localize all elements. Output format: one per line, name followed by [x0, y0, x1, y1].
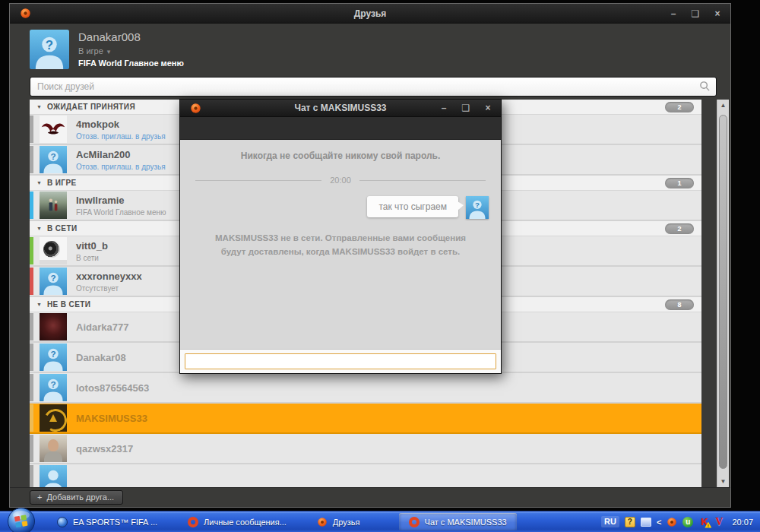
- divider-line: [195, 180, 321, 181]
- profile-game: FIFA World Главное меню: [78, 59, 184, 68]
- antivirus-v-tray-icon[interactable]: V: [715, 516, 723, 528]
- friend-subtitle: FIFA World Главное меню: [76, 208, 166, 217]
- chat-input[interactable]: [185, 353, 496, 369]
- window-title: Друзья: [10, 8, 730, 19]
- friend-name: xxxronneyxxx: [76, 271, 142, 282]
- message-bubble: так что сыграем: [367, 196, 458, 217]
- taskbar: EA SPORTS™ FIFA ... Личные сообщения... …: [0, 511, 760, 532]
- task-chat-maksimuss33[interactable]: Чат с MAKSIMUSS33: [399, 513, 517, 530]
- task-friends[interactable]: Друзья: [307, 513, 370, 530]
- search-bar: [30, 77, 717, 97]
- outgoing-message-row: так что сыграем ?: [180, 196, 489, 219]
- close-icon[interactable]: ×: [712, 6, 723, 21]
- status-bar: [30, 344, 33, 371]
- status-bar: [30, 192, 33, 219]
- friend-row-qazwsx2317[interactable]: qazwsx2317: [30, 434, 701, 464]
- tray-collapse-icon[interactable]: <: [657, 518, 661, 527]
- origin-red-ring-icon: [409, 517, 420, 527]
- divider-line: [359, 180, 486, 181]
- friend-name: lotos876564563: [76, 382, 149, 394]
- friends-list-scrollbar[interactable]: ▲ ▼: [717, 100, 729, 487]
- chat-titlebar[interactable]: Чат с MAKSIMUSS33 – ❑ ×: [180, 100, 501, 117]
- timestamp: 20:00: [330, 176, 351, 185]
- status-bar: [30, 146, 33, 173]
- utorrent-tray-icon[interactable]: u: [682, 517, 693, 527]
- search-input[interactable]: [30, 77, 717, 97]
- task-label: Друзья: [333, 518, 360, 527]
- status-selector[interactable]: В игре▾: [78, 46, 184, 55]
- maximize-icon[interactable]: ❑: [690, 6, 701, 21]
- minimize-icon[interactable]: –: [439, 100, 449, 116]
- system-tray: RU ? < u K! V 20:07: [601, 516, 760, 528]
- chevron-down-icon: ▾: [107, 48, 111, 55]
- section-label: В СЕТИ: [47, 224, 78, 233]
- friend-avatar: [40, 404, 67, 432]
- antivirus-k-tray-icon[interactable]: K!: [698, 517, 710, 527]
- status-bar: [30, 116, 33, 143]
- minimize-icon[interactable]: –: [668, 6, 679, 21]
- friend-row-partial[interactable]: [30, 464, 701, 487]
- task-fifa[interactable]: EA SPORTS™ FIFA ...: [47, 513, 167, 530]
- friend-avatar: [40, 435, 67, 462]
- scroll-up-icon[interactable]: ▲: [717, 100, 729, 111]
- origin-orange-icon: [317, 517, 328, 527]
- display-icon[interactable]: [641, 518, 651, 527]
- origin-logo-icon: [190, 103, 201, 114]
- origin-red-ring-icon: [188, 517, 198, 527]
- friend-name: qazwsx2317: [76, 443, 133, 454]
- collapse-triangle-icon: ▼: [36, 302, 42, 307]
- chat-window: Чат с MAKSIMUSS33 – ❑ × Никогда не сообщ…: [179, 99, 502, 374]
- language-indicator[interactable]: RU: [601, 516, 619, 527]
- friend-subtitle[interactable]: Отозв. приглаш. в друзья: [76, 163, 166, 171]
- friend-name: Danakar08: [76, 352, 126, 363]
- collapse-triangle-icon: ▼: [36, 226, 42, 231]
- friend-name: Aidarka777: [76, 321, 128, 333]
- status-bar: [30, 313, 33, 340]
- friend-subtitle: В сети: [76, 254, 108, 262]
- task-private-messages[interactable]: Личные сообщения...: [178, 513, 296, 530]
- task-label: EA SPORTS™ FIFA ...: [73, 518, 157, 527]
- friend-name: Inwllramie: [76, 195, 166, 206]
- task-label: Личные сообщения...: [204, 518, 287, 527]
- taskbar-tasks: EA SPORTS™ FIFA ... Личные сообщения... …: [47, 511, 527, 532]
- security-notice: Никогда не сообщайте никому свой пароль.: [180, 150, 501, 161]
- maximize-icon[interactable]: ❑: [461, 100, 471, 116]
- svg-text:?: ?: [46, 38, 53, 52]
- desktop: Друзья – ❑ × ? Danakar008 В игре▾ FIFA W…: [0, 0, 760, 532]
- plus-icon: +: [37, 492, 42, 502]
- profile-avatar[interactable]: ?: [30, 30, 69, 69]
- friend-name: vitt0_b: [76, 240, 108, 252]
- sender-avatar: ?: [466, 196, 489, 219]
- friend-avatar: ?: [40, 268, 67, 295]
- fifa-globe-icon: [57, 517, 68, 527]
- start-button[interactable]: [7, 507, 36, 532]
- section-count-badge: 2: [665, 102, 694, 112]
- section-count-badge: 8: [665, 299, 694, 310]
- status-bar: [30, 237, 33, 264]
- status-bar: [30, 435, 33, 462]
- friend-row-maksimuss33[interactable]: MAKSIMUSS33: [30, 404, 701, 434]
- friend-subtitle[interactable]: Отозв. приглаш. в друзья: [76, 132, 166, 141]
- profile-header: ? Danakar008 В игре▾ FIFA World Главное …: [10, 24, 730, 73]
- friends-titlebar[interactable]: Друзья – ❑ ×: [10, 4, 730, 24]
- chat-input-bar: [180, 349, 501, 373]
- scrollbar-thumb[interactable]: [719, 115, 727, 469]
- friend-row-lotos876564563[interactable]: ? lotos876564563: [30, 373, 701, 404]
- svg-text:?: ?: [50, 151, 55, 161]
- time-divider: 20:00: [195, 176, 486, 185]
- friend-avatar: [40, 237, 67, 264]
- collapse-triangle-icon: ▼: [36, 104, 42, 109]
- friends-footer: + Добавить друга...: [10, 487, 730, 507]
- add-friend-button[interactable]: + Добавить друга...: [30, 490, 123, 505]
- help-icon[interactable]: ?: [625, 517, 635, 527]
- friend-avatar: ?: [40, 344, 67, 371]
- status-bar: [30, 465, 33, 487]
- collapse-triangle-icon: ▼: [36, 180, 42, 185]
- friend-avatar: ?: [40, 374, 67, 401]
- add-friend-label: Добавить друга...: [46, 492, 114, 502]
- close-icon[interactable]: ×: [483, 100, 493, 116]
- friend-subtitle: Отсутствует: [76, 284, 142, 293]
- scroll-down-icon[interactable]: ▼: [717, 476, 729, 487]
- offline-notice: MAKSIMUSS33 не в сети. Отправленные вами…: [207, 232, 473, 259]
- origin-tray-icon[interactable]: [667, 517, 677, 527]
